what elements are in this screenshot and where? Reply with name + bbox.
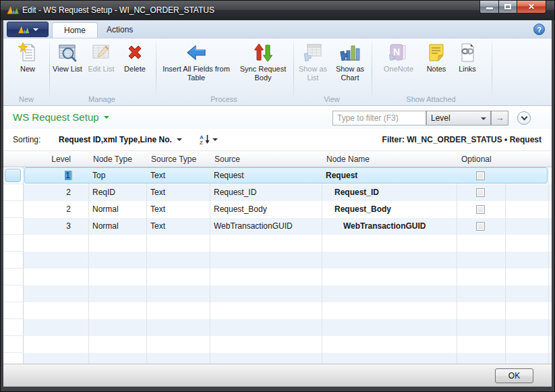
optional-checkbox[interactable] xyxy=(476,205,485,214)
group-caption-view: View xyxy=(293,95,370,103)
sorting-dropdown[interactable]: Request ID,xml Type,Line No. xyxy=(59,135,182,144)
new-button[interactable]: New xyxy=(9,40,47,96)
sorting-row: Sorting: Request ID,xml Type,Line No. A … xyxy=(3,129,552,150)
optional-checkbox[interactable] xyxy=(476,222,485,231)
group-caption-new: New xyxy=(5,95,48,103)
ok-button[interactable]: OK xyxy=(495,368,533,383)
table-row[interactable]: 3 Normal Text WebTransactionGUID WebTran… xyxy=(3,218,552,235)
dropdown-caret-icon xyxy=(481,117,486,120)
optional-checkbox[interactable] xyxy=(476,171,485,180)
links-icon xyxy=(457,42,478,63)
sorting-value: Request ID,xml Type,Line No. xyxy=(59,135,172,144)
column-header-source[interactable]: Source xyxy=(214,151,321,167)
level-cell[interactable]: 3 xyxy=(24,218,80,235)
filter-column-value: Level xyxy=(431,113,450,123)
notes-button[interactable]: Notes xyxy=(421,40,451,96)
links-button-label: Links xyxy=(452,65,482,74)
source-cell[interactable]: Request xyxy=(214,167,320,184)
column-header-optional[interactable]: Optional xyxy=(461,151,504,167)
level-cell-edit-selection[interactable]: 1 xyxy=(65,171,72,180)
node-name-cell[interactable]: Request xyxy=(322,167,457,184)
edit-list-button-label: Edit List xyxy=(86,65,117,74)
source-type-cell[interactable]: Text xyxy=(150,167,208,184)
column-header-source-type[interactable]: Source Type xyxy=(151,151,209,167)
notes-button-label: Notes xyxy=(421,65,451,74)
sort-caret-icon xyxy=(212,138,218,141)
node-name-cell[interactable]: Request_ID xyxy=(322,184,457,201)
table-row[interactable]: 2 ReqID Text Request_ID Request_ID xyxy=(3,184,552,201)
close-icon: ✕ xyxy=(517,2,546,11)
filter-column-dropdown[interactable]: Level xyxy=(426,111,491,125)
title-bar[interactable]: Edit - WS Request Setup - WI_NC_ORDER_ST… xyxy=(1,1,554,20)
svg-text:Z: Z xyxy=(200,140,203,145)
show-as-list-button[interactable]: Show as List xyxy=(296,40,330,96)
sync-arrows-icon xyxy=(252,42,274,63)
column-header-node-name[interactable]: Node Name xyxy=(326,151,455,167)
source-type-cell[interactable]: Text xyxy=(150,201,208,218)
app-menu-caret-icon xyxy=(33,28,38,31)
delete-button[interactable]: Delete xyxy=(118,40,152,96)
maximize-icon xyxy=(504,4,511,9)
dynamics-nav-logo-icon xyxy=(7,5,19,16)
sorting-label: Sorting: xyxy=(13,135,40,144)
right-arrow-icon: → xyxy=(496,113,504,123)
ribbon: New New View List xyxy=(3,38,552,106)
node-name-cell[interactable]: WebTransactionGUID xyxy=(322,218,457,235)
column-header-level[interactable]: Level xyxy=(24,151,80,167)
maximize-button[interactable] xyxy=(499,1,517,13)
group-separator xyxy=(372,41,372,102)
svg-text:N: N xyxy=(393,47,400,57)
node-name-cell[interactable]: Request_Body xyxy=(322,201,457,218)
minimize-button[interactable] xyxy=(479,1,499,13)
view-list-button-label: View List xyxy=(52,65,83,74)
onenote-button[interactable]: N OneNote xyxy=(378,40,419,96)
grid-header[interactable]: Level Node Type Source Type Source Node … xyxy=(3,150,552,167)
insert-all-fields-button[interactable]: Insert All Fields from Table xyxy=(158,40,234,96)
new-button-label: New xyxy=(9,65,47,74)
onenote-icon: N xyxy=(388,42,409,63)
node-type-cell[interactable]: Normal xyxy=(92,201,145,218)
delete-button-label: Delete xyxy=(118,65,152,74)
page-title-menu[interactable]: WS Request Setup xyxy=(13,111,109,123)
source-type-cell[interactable]: Text xyxy=(150,184,208,201)
node-type-cell[interactable]: ReqID xyxy=(92,184,145,201)
optional-checkbox[interactable] xyxy=(476,188,485,197)
grid-body[interactable]: 1 Top Text Request Request 2 ReqID Text … xyxy=(3,167,552,385)
sorting-caret-icon xyxy=(177,138,182,141)
level-cell[interactable]: 2 xyxy=(24,201,80,218)
node-type-cell[interactable]: Top xyxy=(92,167,145,184)
source-cell[interactable]: Request_ID xyxy=(214,184,320,201)
table-row[interactable]: 2 Normal Text Request_Body Request_Body xyxy=(3,201,552,218)
sort-order-button[interactable]: A Z xyxy=(199,134,218,145)
group-caption-process: Process xyxy=(156,95,292,103)
close-button[interactable]: ✕ xyxy=(517,1,546,13)
show-as-chart-button[interactable]: Show as Chart xyxy=(331,40,369,96)
application-menu-button[interactable] xyxy=(7,22,49,37)
dynamics-logo-icon xyxy=(18,25,30,34)
source-type-cell[interactable]: Text xyxy=(150,218,208,235)
ribbon-tab-strip: Home Actions ? xyxy=(3,20,552,38)
sync-request-body-button[interactable]: Sync Request Body xyxy=(237,40,289,96)
column-header-node-type[interactable]: Node Type xyxy=(93,151,146,167)
help-button[interactable]: ? xyxy=(533,24,545,35)
view-list-button[interactable]: View List xyxy=(52,40,83,96)
show-as-chart-button-label: Show as Chart xyxy=(331,65,369,82)
expand-filter-pane-button[interactable] xyxy=(517,111,531,125)
node-type-cell[interactable]: Normal xyxy=(92,218,145,235)
links-button[interactable]: Links xyxy=(452,40,482,96)
level-cell[interactable]: 2 xyxy=(24,184,80,201)
group-separator xyxy=(156,41,156,102)
dialog-footer: OK xyxy=(3,364,552,387)
edit-list-button[interactable]: Edit List xyxy=(86,40,117,96)
tab-actions[interactable]: Actions xyxy=(95,22,144,38)
apply-filter-button[interactable]: → xyxy=(491,111,508,125)
tab-home[interactable]: Home xyxy=(52,22,98,38)
source-cell[interactable]: Request_Body xyxy=(214,201,320,218)
table-row[interactable]: 1 Top Text Request Request xyxy=(3,167,552,184)
source-cell[interactable]: WebTransactionGUID xyxy=(214,218,320,235)
filter-input[interactable] xyxy=(332,111,426,125)
page-title-caret-icon xyxy=(104,116,109,119)
group-separator xyxy=(293,41,294,102)
active-filter-info: Filter: WI_NC_ORDER_STATUS • Request xyxy=(382,135,542,144)
page-title: WS Request Setup xyxy=(13,111,99,123)
